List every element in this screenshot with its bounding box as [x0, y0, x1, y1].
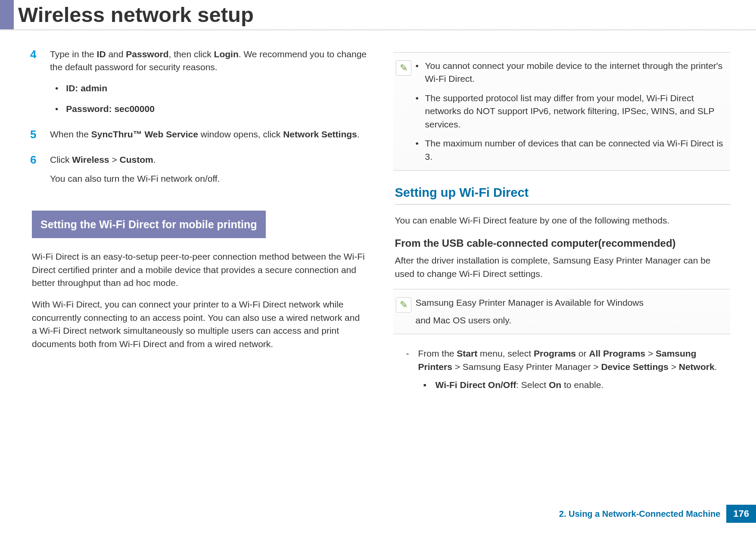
text: , then click [169, 49, 214, 59]
section-header: Setting the Wi-Fi Direct for mobile prin… [32, 211, 266, 238]
note-box: ✎ • You cannot connect your mobile devic… [393, 52, 731, 171]
dash-marker: - [406, 347, 411, 373]
sub-bullet: • ID: admin [55, 82, 367, 95]
page-header: Wireless network setup [0, 0, 756, 29]
text: From the [418, 348, 457, 358]
bold-text: On [549, 380, 561, 390]
text: . [715, 362, 717, 372]
text: and [106, 49, 126, 59]
step-body: Click Wireless > Custom. You can also tu… [50, 153, 367, 186]
right-column: ✎ • You cannot connect your mobile devic… [393, 48, 731, 391]
square-text: Wi-Fi Direct On/Off: Select On to enable… [436, 379, 604, 391]
step-number: 4 [30, 48, 47, 116]
bullet-marker: • [416, 92, 420, 131]
bold-text: Start [457, 348, 477, 358]
note-content: Samsung Easy Printer Manager is Availabl… [416, 296, 728, 327]
step-5: 5 When the SyncThru™ Web Service window … [30, 128, 367, 141]
text: > [645, 348, 656, 358]
note-line: Samsung Easy Printer Manager is Availabl… [416, 296, 728, 309]
bold-text: Wi-Fi Direct On/Off [436, 380, 516, 390]
text: to enable. [561, 380, 604, 390]
paragraph: After the driver installation is complet… [395, 254, 731, 280]
square-marker: ▪ [423, 379, 428, 391]
text: . [357, 129, 360, 139]
dash-list-item: - From the Start menu, select Programs o… [406, 347, 731, 373]
note-bullet: • You cannot connect your mobile device … [416, 59, 728, 86]
bold-text: Network [679, 362, 715, 372]
bullet-marker: • [416, 59, 420, 86]
dash-text: From the Start menu, select Programs or … [418, 347, 731, 373]
step-body: When the SyncThru™ Web Service window op… [50, 128, 367, 141]
step-extra-text: You can also turn the Wi-Fi network on/o… [50, 172, 367, 185]
sub-heading: From the USB cable-connected computer(re… [395, 236, 731, 251]
note-bullet: • The supported protocol list may differ… [416, 92, 728, 131]
note-bullet: • The maximum number of devices that can… [416, 137, 728, 163]
page-title: Wireless network setup [18, 3, 254, 27]
text: > [669, 362, 679, 372]
bold-text: ID [97, 49, 106, 59]
bold-text: SyncThru™ Web Service [91, 129, 198, 139]
bold-text: Device Settings [601, 362, 668, 372]
note-text: You cannot connect your mobile device to… [425, 59, 728, 86]
bold-text: Password [126, 49, 168, 59]
note-text: The supported protocol list may differ f… [425, 92, 728, 131]
note-icon: ✎ [396, 60, 411, 76]
text: window opens, click [198, 129, 283, 139]
step-6: 6 Click Wireless > Custom. You can also … [30, 153, 367, 186]
text: > Samsung Easy Printer Manager > [452, 362, 601, 372]
subsection-heading: Setting up Wi-Fi Direct [395, 183, 731, 205]
header-accent-bar [0, 0, 14, 29]
note-box: ✎ Samsung Easy Printer Manager is Availa… [393, 289, 731, 334]
content-columns: 4 Type in the ID and Password, then clic… [0, 39, 756, 391]
step-number: 6 [30, 153, 47, 186]
text: > [109, 155, 120, 165]
step-4: 4 Type in the ID and Password, then clic… [30, 48, 367, 116]
paragraph: You can enable Wi-Fi Direct feature by o… [395, 214, 731, 227]
text: or [576, 348, 589, 358]
footer-page-number: 176 [726, 505, 756, 523]
bullet-marker: • [55, 102, 58, 115]
bullet-marker: • [416, 137, 420, 163]
note-icon: ✎ [396, 297, 411, 313]
sub-bullet: • Password: sec00000 [55, 102, 367, 115]
text: : Select [516, 380, 549, 390]
note-line: and Mac OS users only. [416, 314, 728, 327]
bold-text: Login [214, 49, 239, 59]
paragraph: Wi-Fi Direct is an easy-to-setup peer-to… [32, 250, 367, 289]
step-number: 5 [30, 128, 47, 141]
note-content: • You cannot connect your mobile device … [416, 59, 728, 163]
bold-text: Network Settings [283, 129, 357, 139]
left-column: 4 Type in the ID and Password, then clic… [30, 48, 367, 391]
bold-text: Custom [119, 155, 153, 165]
text: Click [50, 155, 72, 165]
bullet-text: Password: sec00000 [66, 102, 154, 115]
step-body: Type in the ID and Password, then click … [50, 48, 367, 116]
bold-text: All Programs [589, 348, 645, 358]
bold-text: Wireless [72, 155, 109, 165]
title-divider [0, 29, 756, 31]
footer-chapter: 2. Using a Network-Connected Machine [559, 509, 721, 519]
note-text: The maximum number of devices that can b… [425, 137, 728, 163]
bullet-text: ID: admin [66, 82, 107, 95]
square-list-item: ▪ Wi-Fi Direct On/Off: Select On to enab… [423, 379, 731, 391]
text: menu, select [477, 348, 534, 358]
text: . [153, 155, 156, 165]
text: Type in the [50, 49, 97, 59]
text: When the [50, 129, 91, 139]
page-footer: 2. Using a Network-Connected Machine 176 [559, 505, 756, 523]
bold-text: Programs [534, 348, 576, 358]
paragraph: With Wi-Fi Direct, you can connect your … [32, 298, 367, 351]
bullet-marker: • [55, 82, 58, 95]
